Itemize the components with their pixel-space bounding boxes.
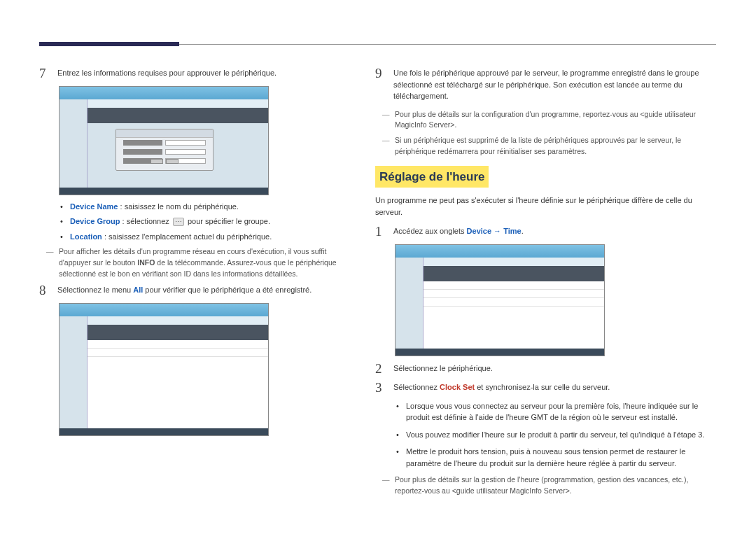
step-2-text: Sélectionnez le périphérique. bbox=[393, 363, 718, 374]
step-number: 7 bbox=[39, 66, 49, 82]
sub-bullet-1: Lorsque vous vous connectez au serveur p… bbox=[396, 400, 718, 423]
sub-bullet-3: Mettre le produit hors tension, puis à n… bbox=[396, 446, 718, 469]
rest-pre: : sélectionnez bbox=[120, 217, 172, 225]
step-7-text: Entrez les informations requises pour ap… bbox=[57, 67, 358, 79]
label: Device Group bbox=[70, 217, 120, 225]
step-2-time: 2 Sélectionnez le périphérique. bbox=[375, 362, 718, 377]
all-link: All bbox=[133, 286, 143, 294]
screenshot-approve-dialog bbox=[59, 86, 269, 195]
note-info-button: Pour afficher les détails d'un programme… bbox=[39, 246, 358, 279]
bullet-device-name: Device Name : saisissez le nom du périph… bbox=[60, 201, 358, 213]
device-link: Device bbox=[467, 227, 491, 235]
header-accent-bar bbox=[39, 42, 179, 46]
step-number: 3 bbox=[375, 381, 385, 396]
step-number: 8 bbox=[39, 283, 49, 299]
bullet-location: Location : saisissez l'emplacement actue… bbox=[60, 231, 358, 243]
note-device-removed: Si un périphérique est supprimé de la li… bbox=[375, 135, 718, 157]
step-9: 9 Une fois le périphérique approuvé par … bbox=[375, 66, 718, 105]
label: Device Name bbox=[70, 202, 118, 211]
screenshot-all-menu bbox=[59, 303, 269, 436]
note-program-config: Pour plus de détails sur la configuratio… bbox=[375, 109, 718, 132]
step-7: 7 Entrez les informations requises pour … bbox=[39, 66, 358, 82]
header-line bbox=[179, 44, 716, 45]
bullet-device-group: Device Group : sélectionnez pour spécifi… bbox=[60, 216, 358, 227]
step-1-text: Accédez aux onglets Device → Time. bbox=[393, 225, 718, 237]
ellipsis-button-icon bbox=[173, 218, 184, 226]
step-text: Entrez les informations requises pour ap… bbox=[57, 66, 358, 82]
step-text: Sélectionnez le menu All pour vérifier q… bbox=[57, 283, 358, 299]
section-heading-time: Réglage de l'heure bbox=[375, 162, 718, 192]
step-3-text: Sélectionnez Clock Set et synchronisez-l… bbox=[393, 381, 718, 393]
right-column: 9 Une fois le périphérique approuvé par … bbox=[375, 66, 718, 501]
rest-post: pour spécifier le groupe. bbox=[186, 217, 270, 225]
left-column: 7 Entrez les informations requises pour … bbox=[39, 66, 358, 442]
step-text: Accédez aux onglets Device → Time. bbox=[393, 225, 718, 240]
time-intro: Un programme ne peut pas s'exécuter si l… bbox=[375, 195, 718, 218]
step-8-text: Sélectionnez le menu All pour vérifier q… bbox=[57, 284, 358, 296]
step-3-time: 3 Sélectionnez Clock Set et synchronisez… bbox=[375, 381, 718, 396]
step-number: 1 bbox=[375, 225, 385, 240]
step-1-time: 1 Accédez aux onglets Device → Time. bbox=[375, 225, 718, 240]
info-label: INFO bbox=[137, 258, 155, 267]
clock-set-link: Clock Set bbox=[440, 383, 475, 391]
step-text: Sélectionnez le périphérique. bbox=[393, 362, 718, 377]
note-text: Pour afficher les détails d'un programme… bbox=[59, 247, 337, 278]
note-time-management: Pour plus de détails sur la gestion de l… bbox=[375, 475, 718, 497]
step-9-text: Une fois le périphérique approuvé par le… bbox=[393, 67, 718, 102]
sub-bullet-2: Vous pouvez modifier l'heure sur le prod… bbox=[396, 429, 718, 441]
step-number: 9 bbox=[375, 66, 385, 105]
step-7-bullets: Device Name : saisissez le nom du périph… bbox=[60, 201, 358, 243]
step-text: Sélectionnez Clock Set et synchronisez-l… bbox=[393, 381, 718, 396]
step-text: Une fois le périphérique approuvé par le… bbox=[393, 66, 718, 105]
rest: : saisissez le nom du périphérique. bbox=[118, 202, 239, 211]
screenshot-device-time bbox=[395, 244, 605, 356]
step-number: 2 bbox=[375, 362, 385, 377]
step-8: 8 Sélectionnez le menu All pour vérifier… bbox=[39, 283, 358, 299]
time-link: Time bbox=[503, 227, 521, 235]
heading-time: Réglage de l'heure bbox=[375, 166, 489, 188]
label: Location bbox=[70, 232, 102, 241]
rest: : saisissez l'emplacement actuel du péri… bbox=[102, 232, 272, 241]
page-body: 7 Entrez les informations requises pour … bbox=[39, 66, 718, 501]
time-sub-bullets: Lorsque vous vous connectez au serveur p… bbox=[396, 400, 718, 470]
